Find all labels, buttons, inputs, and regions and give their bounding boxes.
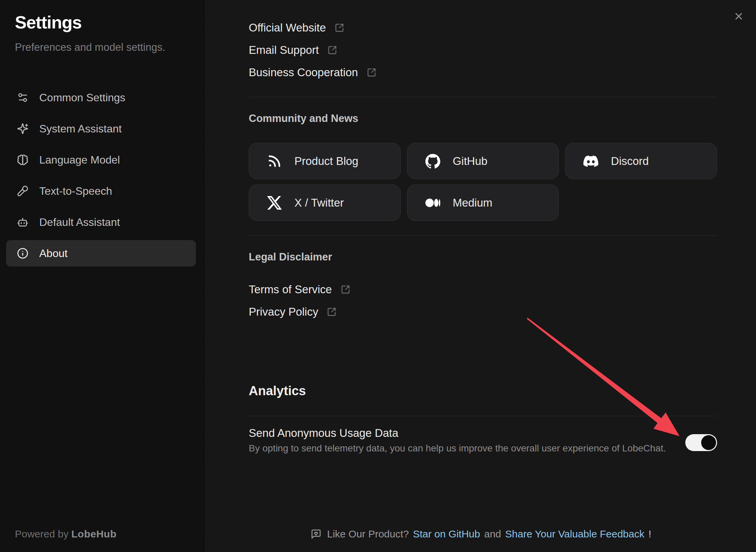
powered-by: Powered by LobeHub: [15, 528, 116, 540]
sidebar-item-label: Language Model: [39, 154, 120, 166]
sidebar-item-label: Default Assistant: [39, 216, 120, 229]
medium-icon: [425, 195, 441, 211]
link-label: Business Cooperation: [249, 66, 358, 79]
email-support-link[interactable]: Email Support: [249, 39, 337, 61]
sidebar-item-label: Text-to-Speech: [39, 185, 112, 197]
about-panel: Contact Us Official Website Email Suppor…: [206, 0, 756, 552]
about-content: Contact Us Official Website Email Suppor…: [249, 0, 717, 552]
link-label: Privacy Policy: [249, 305, 318, 318]
link-label: Terms of Service: [249, 283, 332, 296]
sidebar-item-default-assistant[interactable]: Default Assistant: [6, 209, 196, 235]
business-cooperation-link[interactable]: Business Cooperation: [249, 61, 376, 84]
sidebar-item-system-assistant[interactable]: System Assistant: [6, 115, 196, 142]
section-divider: [249, 416, 717, 416]
bot-icon: [17, 216, 28, 228]
sidebar-item-label: Common Settings: [39, 91, 125, 104]
x-twitter-icon: [267, 195, 282, 211]
external-link-icon: [327, 307, 336, 317]
page-title: Settings: [15, 12, 82, 33]
external-link-icon: [328, 45, 337, 55]
terms-of-service-link[interactable]: Terms of Service: [249, 278, 350, 301]
discord-icon: [583, 153, 599, 169]
rss-icon: [267, 153, 282, 169]
page-subtitle: Preferences and model settings.: [15, 41, 165, 54]
powered-by-text: Powered by: [15, 528, 68, 539]
lobehub-brand: LobeHub: [71, 528, 116, 539]
community-heading: Community and News: [249, 112, 358, 125]
button-label: Medium: [453, 196, 492, 209]
share-feedback-link[interactable]: Share Your Valuable Feedback: [505, 528, 644, 540]
medium-button[interactable]: Medium: [407, 185, 559, 221]
link-label: Email Support: [249, 44, 319, 57]
brain-icon: [17, 154, 28, 166]
settings-sidebar: Settings Preferences and model settings.…: [0, 0, 206, 552]
footer-text: and: [484, 528, 501, 540]
button-label: X / Twitter: [294, 196, 344, 209]
close-button[interactable]: [731, 9, 746, 24]
info-icon: [17, 248, 28, 259]
external-link-icon: [335, 23, 344, 33]
section-divider: [249, 97, 717, 97]
sidebar-item-label: System Assistant: [39, 123, 122, 135]
footer-text: Like Our Product?: [327, 528, 409, 540]
sidebar-menu: Common Settings System Assistant Languag…: [6, 84, 196, 271]
star-on-github-link[interactable]: Star on GitHub: [413, 528, 480, 540]
official-website-link[interactable]: Official Website: [249, 17, 344, 39]
sidebar-item-text-to-speech[interactable]: Text-to-Speech: [6, 178, 196, 204]
section-divider: [249, 235, 717, 236]
footer-text: !: [648, 528, 651, 540]
external-link-icon: [341, 285, 350, 294]
message-heart-icon: [311, 529, 321, 539]
button-label: GitHub: [453, 155, 488, 168]
link-label: Official Website: [249, 21, 326, 34]
product-blog-button[interactable]: Product Blog: [249, 143, 401, 179]
settings-modal: Settings Preferences and model settings.…: [0, 0, 756, 552]
github-icon: [425, 153, 441, 169]
product-footer: Like Our Product? Star on GitHub and Sha…: [206, 528, 756, 540]
usage-data-label: Send Anonymous Usage Data: [249, 425, 717, 441]
external-link-icon: [367, 68, 376, 77]
usage-data-description: By opting to send telemetry data, you ca…: [249, 441, 717, 456]
sidebar-item-about[interactable]: About: [6, 240, 196, 267]
privacy-policy-link[interactable]: Privacy Policy: [249, 301, 336, 323]
x-twitter-button[interactable]: X / Twitter: [249, 185, 401, 221]
sparkles-icon: [17, 123, 28, 134]
mic-vocal-icon: [17, 185, 28, 197]
usage-toggle[interactable]: [685, 434, 717, 451]
contact-heading: Contact Us: [249, 0, 304, 2]
sliders-icon: [17, 92, 28, 103]
button-label: Product Blog: [294, 155, 358, 168]
sidebar-item-label: About: [39, 247, 68, 260]
analytics-heading: Analytics: [249, 384, 306, 398]
sidebar-item-language-model[interactable]: Language Model: [6, 147, 196, 173]
button-label: Discord: [611, 155, 649, 168]
discord-button[interactable]: Discord: [565, 143, 717, 179]
community-buttons: Product Blog GitHub Discord: [249, 143, 717, 221]
usage-data-setting: Send Anonymous Usage Data By opting to s…: [249, 425, 717, 456]
sidebar-item-common-settings[interactable]: Common Settings: [6, 84, 196, 111]
toggle-knob: [701, 435, 716, 450]
github-button[interactable]: GitHub: [407, 143, 559, 179]
legal-heading: Legal Disclaimer: [249, 251, 332, 263]
